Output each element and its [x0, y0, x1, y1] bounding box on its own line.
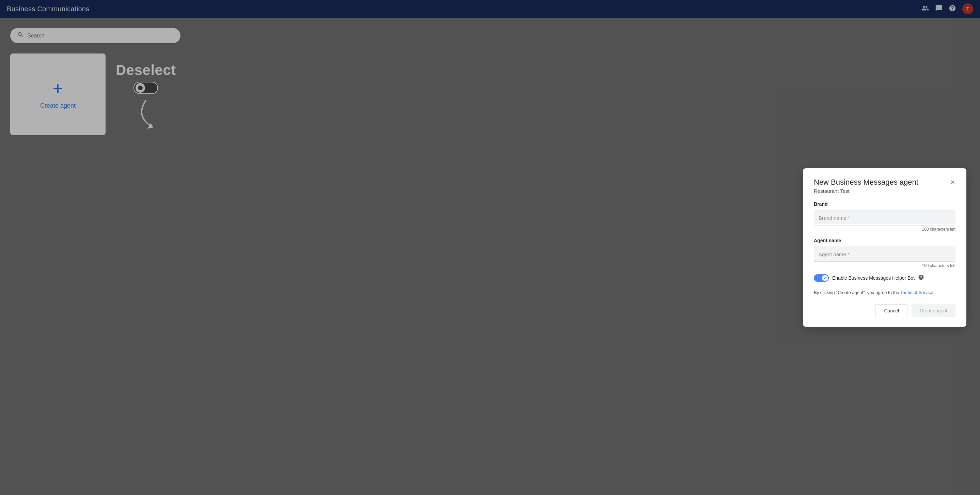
brand-char-count: 100 characters left [814, 227, 956, 232]
modal-dialog: New Business Messages agent × Restaurant… [803, 168, 966, 327]
brand-field-border [814, 225, 956, 226]
brand-name-input[interactable] [819, 213, 951, 223]
helper-bot-toggle[interactable]: ✓ [814, 274, 829, 282]
cancel-button[interactable]: Cancel [875, 304, 907, 317]
helper-bot-row: ✓ Enable Business Messages Helper Bot [814, 274, 956, 282]
modal-actions: Cancel Create agent [814, 304, 956, 317]
modal-close-button[interactable]: × [950, 178, 956, 187]
helper-toggle-knob: ✓ [822, 275, 828, 281]
agent-section-label: Agent name [814, 238, 956, 243]
modal-subtitle: Restaurant Test [814, 188, 956, 194]
helper-bot-help-icon[interactable] [918, 274, 924, 282]
agent-field-wrap [814, 246, 956, 261]
create-agent-button[interactable]: Create agent [912, 304, 956, 317]
modal-header: New Business Messages agent × [814, 178, 956, 187]
modal-overlay: New Business Messages agent × Restaurant… [0, 0, 980, 495]
agent-field-border [814, 261, 956, 262]
brand-field-wrap [814, 210, 956, 224]
tos-text-after: . [933, 290, 935, 295]
tos-link[interactable]: Terms of Service [900, 290, 933, 295]
helper-bot-label: Enable Business Messages Helper Bot [832, 275, 915, 281]
agent-name-input[interactable] [819, 249, 951, 260]
brand-section-label: Brand [814, 201, 956, 207]
tos-text: By clicking "Create agent", you agree to… [814, 289, 956, 296]
tos-text-before: By clicking "Create agent", you agree to… [814, 290, 900, 295]
checkmark-icon: ✓ [824, 276, 827, 280]
modal-title: New Business Messages agent [814, 178, 918, 187]
agent-char-count: 100 characters left [814, 263, 956, 268]
